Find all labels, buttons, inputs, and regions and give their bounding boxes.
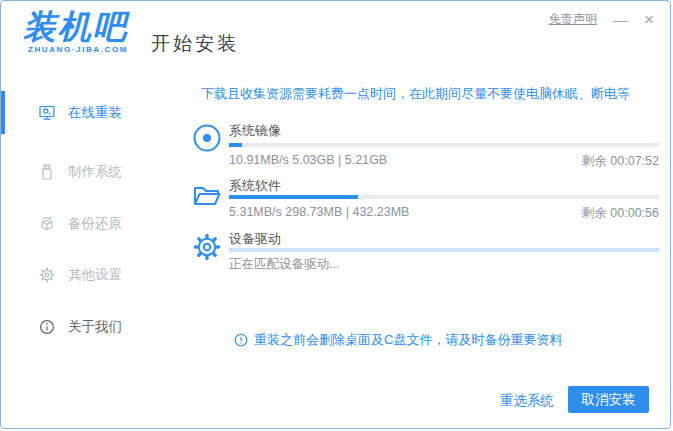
- sidebar-item-make-system[interactable]: 制作系统: [39, 163, 122, 181]
- sidebar-item-label: 关于我们: [68, 318, 122, 336]
- task-remaining: 剩余 00:00:56: [582, 205, 659, 222]
- sidebar-item-about-us[interactable]: 关于我们: [39, 318, 122, 336]
- progress-bar-system-image: [229, 143, 659, 147]
- task-stats: 10.91MB/s 5.03GB | 5.21GB: [229, 153, 387, 170]
- task-name: 设备驱动: [229, 230, 281, 248]
- info-icon: [39, 319, 55, 335]
- sidebar-item-other-settings[interactable]: 其他设置: [39, 266, 122, 284]
- progress-bar-device-drivers: [229, 248, 659, 252]
- usb-icon: [39, 164, 55, 180]
- minimize-icon[interactable]: —: [613, 12, 628, 27]
- app-window: 装机吧 ZHUANG·JIBA.COM 开始安装 免责声明 — × 在线重装: [0, 0, 671, 429]
- task-status: 正在匹配设备驱动...: [229, 256, 339, 273]
- logo-title: 装机吧: [23, 9, 128, 45]
- logo-subtitle: ZHUANG·JIBA.COM: [23, 45, 128, 54]
- cancel-install-button[interactable]: 取消安装: [568, 386, 649, 413]
- task-stats-row: 10.91MB/s 5.03GB | 5.21GB 剩余 00:07:52: [229, 153, 659, 170]
- sidebar-item-label: 制作系统: [68, 163, 122, 181]
- settings-icon: [39, 267, 55, 283]
- folder-icon: [192, 181, 222, 211]
- task-name: 系统镜像: [229, 122, 281, 140]
- task-remaining: 剩余 00:07:52: [582, 153, 659, 170]
- page-title: 开始安装: [151, 31, 239, 57]
- disclaimer-link[interactable]: 免责声明: [549, 11, 597, 28]
- progress-fill: [229, 195, 358, 199]
- progress-bar-system-software: [229, 195, 659, 199]
- sidebar-item-label: 备份还原: [68, 215, 122, 233]
- close-icon[interactable]: ×: [644, 12, 654, 27]
- reselect-system-button[interactable]: 重选系统: [500, 392, 554, 410]
- backup-warning: 重装之前会删除桌面及C盘文件，请及时备份重要资料: [234, 331, 562, 349]
- sidebar-item-backup-restore[interactable]: 备份还原: [39, 215, 122, 233]
- download-notice: 下载且收集资源需要耗费一点时间，在此期间尽量不要使电脑休眠、断电等: [173, 85, 658, 103]
- sidebar-item-label: 其他设置: [68, 266, 122, 284]
- disc-icon: [192, 123, 222, 153]
- backup-icon: [39, 216, 55, 232]
- task-status-row: 正在匹配设备驱动...: [229, 256, 659, 273]
- app-logo: 装机吧 ZHUANG·JIBA.COM: [23, 9, 128, 54]
- sidebar-item-label: 在线重装: [68, 104, 122, 122]
- task-stats: 5.31MB/s 298.73MB | 432.23MB: [229, 205, 409, 222]
- sidebar-active-indicator: [1, 91, 5, 134]
- backup-warning-text: 重装之前会删除桌面及C盘文件，请及时备份重要资料: [254, 331, 562, 349]
- progress-fill: [229, 143, 242, 147]
- task-name: 系统软件: [229, 177, 281, 195]
- gear-icon: [192, 232, 222, 262]
- task-stats-row: 5.31MB/s 298.73MB | 432.23MB 剩余 00:00:56: [229, 205, 659, 222]
- titlebar-controls: 免责声明 — ×: [549, 11, 654, 28]
- monitor-icon: [39, 105, 55, 121]
- sidebar-item-online-reinstall[interactable]: 在线重装: [39, 104, 122, 122]
- exclamation-circle-icon: [234, 333, 248, 347]
